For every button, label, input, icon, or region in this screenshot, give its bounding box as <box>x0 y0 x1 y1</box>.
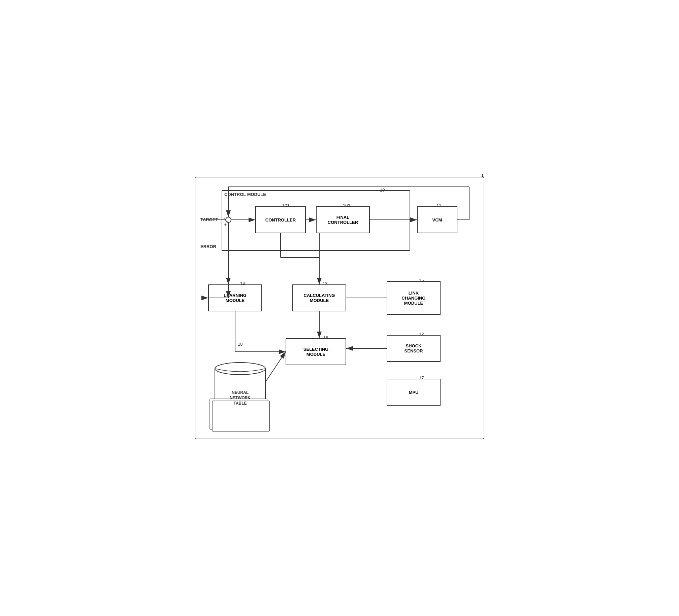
selecting-module-block: SELECTINGMODULE <box>286 338 346 365</box>
diagram-wrapper: 1 CONTROL MODULE 10 CONTROLLER 101 FINAL… <box>188 170 491 446</box>
ref-label-102: 102 <box>343 203 350 208</box>
vcm-block: VCM <box>417 206 457 233</box>
final-controller-block: FINALCONTROLLER <box>316 206 370 233</box>
controller-block: CONTROLLER <box>255 206 306 233</box>
calculating-module-label: CALCULATINGMODULE <box>304 293 335 303</box>
vcm-label: VCM <box>432 217 442 223</box>
ref-label-10: 10 <box>380 187 385 193</box>
ref-label-101: 101 <box>282 203 290 208</box>
ref-label-1: 1 <box>481 173 484 178</box>
ref-label-18: 18 <box>238 342 243 347</box>
link-changing-module-label: LINKCHANGINGMODULE <box>402 290 426 306</box>
calculating-module-block: CALCULATINGMODULE <box>292 284 346 311</box>
learning-module-block: LEARNINGMODULE <box>208 284 262 311</box>
ref-label-16: 16 <box>323 335 328 340</box>
controller-label: CONTROLLER <box>265 217 296 223</box>
ref-label-13: 13 <box>323 281 327 286</box>
selecting-module-label: SELECTINGMODULE <box>303 347 328 357</box>
ref-label-15: 15 <box>419 278 424 283</box>
learning-module-label: LEARNINGMODULE <box>224 293 247 303</box>
link-changing-module-block: LINKCHANGINGMODULE <box>387 281 441 315</box>
final-controller-label: FINALCONTROLLER <box>328 215 358 225</box>
shock-sensor-label: SHOCKSENSOR <box>405 343 423 353</box>
ref-label-11: 11 <box>437 203 441 208</box>
control-module-label: CONTROL MODULE <box>224 192 266 197</box>
mpu-label: MPU <box>409 390 419 395</box>
ref-label-14: 14 <box>240 281 245 286</box>
ref-label-17: 17 <box>419 375 424 380</box>
shock-sensor-block: SHOCKSENSOR <box>387 335 441 362</box>
mpu-block: MPU <box>387 379 441 406</box>
ref-label-12: 12 <box>419 332 424 337</box>
